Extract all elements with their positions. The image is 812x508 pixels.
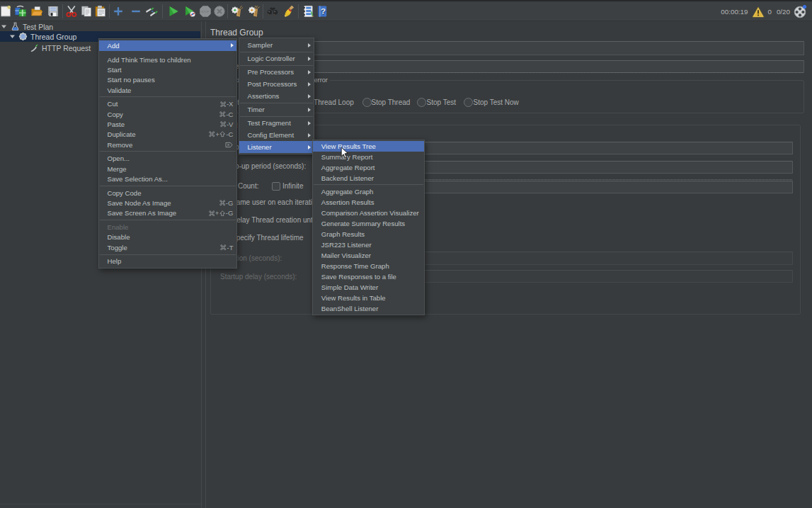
svg-text:?: ? xyxy=(321,7,326,16)
svg-text:STOP: STOP xyxy=(201,10,210,13)
